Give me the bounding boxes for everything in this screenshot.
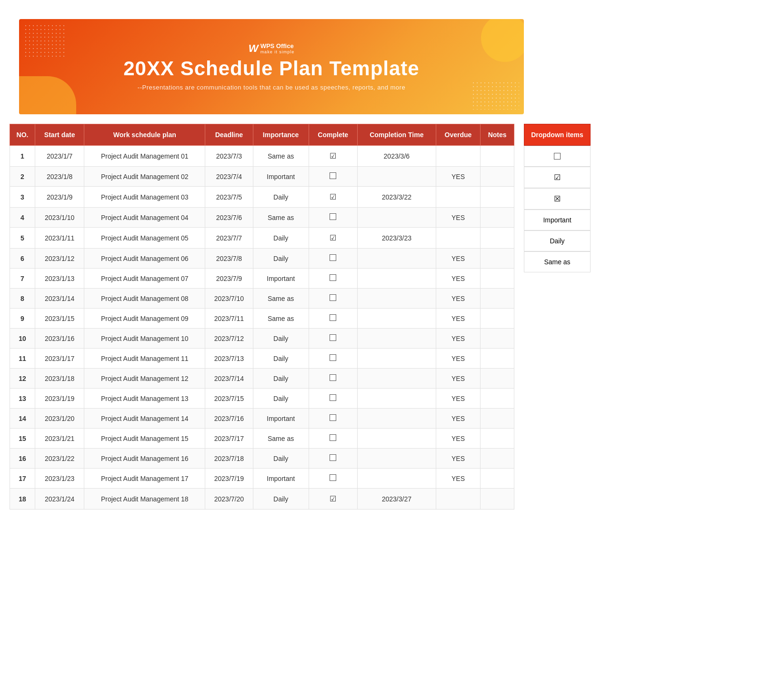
cell-start-date: 2023/1/16 [35,329,84,349]
cell-start-date: 2023/1/17 [35,349,84,369]
cell-complete[interactable] [309,329,357,349]
cell-complete[interactable] [309,429,357,449]
cell-start-date: 2023/1/11 [35,228,84,249]
cell-no: 13 [10,389,35,409]
cell-importance: Daily [253,449,309,469]
cell-complete[interactable] [309,249,357,269]
sidebar-item-checked[interactable]: ☑ [524,167,591,188]
unchecked-icon [330,254,336,261]
cell-complete[interactable] [309,289,357,309]
cell-work-plan: Project Audit Management 14 [84,409,205,429]
cell-start-date: 2023/1/15 [35,309,84,329]
sidebar-item-xmark[interactable]: ☒ [524,188,591,210]
cell-deadline: 2023/7/14 [205,369,253,389]
cell-work-plan: Project Audit Management 04 [84,208,205,228]
cell-importance: Daily [253,249,309,269]
cell-overdue: YES [436,429,480,449]
sidebar-sameas-label: Same as [544,258,570,266]
cell-importance: Same as [253,289,309,309]
cell-complete[interactable]: ☑ [309,187,357,208]
cell-deadline: 2023/7/13 [205,349,253,369]
cell-work-plan: Project Audit Management 17 [84,469,205,489]
table-row: 42023/1/10Project Audit Management 04202… [10,208,514,228]
cell-deadline: 2023/7/5 [205,187,253,208]
table-row: 12023/1/7Project Audit Management 012023… [10,146,514,167]
cell-no: 15 [10,429,35,449]
sidebar-item-unchecked[interactable] [524,146,591,167]
cell-completion-time [357,469,436,489]
unchecked-icon [330,294,336,301]
cell-complete[interactable]: ☑ [309,489,357,510]
cell-complete[interactable] [309,449,357,469]
cell-overdue: YES [436,269,480,289]
cell-complete[interactable] [309,349,357,369]
cell-complete[interactable]: ☑ [309,146,357,167]
cell-start-date: 2023/1/8 [35,167,84,187]
unchecked-icon [330,172,336,179]
banner-subtitle: --Presentations are communication tools … [138,84,405,91]
cell-notes [481,187,514,208]
cell-complete[interactable] [309,167,357,187]
cell-complete[interactable]: ☑ [309,228,357,249]
cell-complete[interactable] [309,409,357,429]
unchecked-icon [330,374,336,381]
unchecked-icon [330,213,336,220]
cell-notes [481,228,514,249]
cell-importance: Important [253,409,309,429]
unchecked-icon [330,394,336,401]
cell-notes [481,469,514,489]
cell-notes [481,208,514,228]
banner: W WPS Office make it simple 20XX Schedul… [19,19,524,114]
cell-deadline: 2023/7/12 [205,329,253,349]
cell-work-plan: Project Audit Management 09 [84,309,205,329]
sidebar-panel: Dropdown items ☑ ☒ Important Daily Same … [524,124,591,272]
cell-deadline: 2023/7/16 [205,409,253,429]
table-row: 122023/1/18Project Audit Management 1220… [10,369,514,389]
wps-logo: W WPS Office make it simple [249,42,294,55]
table-row: 62023/1/12Project Audit Management 06202… [10,249,514,269]
cell-importance: Same as [253,208,309,228]
unchecked-icon [330,434,336,441]
col-header-deadline: Deadline [205,124,253,146]
cell-notes [481,349,514,369]
checked-icon: ☑ [330,152,336,160]
cell-completion-time [357,369,436,389]
cell-start-date: 2023/1/10 [35,208,84,228]
sidebar-item-sameas[interactable]: Same as [524,251,591,272]
cell-start-date: 2023/1/20 [35,409,84,429]
cell-complete[interactable] [309,269,357,289]
unchecked-icon [330,454,336,461]
cell-complete[interactable] [309,469,357,489]
table-row: 22023/1/8Project Audit Management 022023… [10,167,514,187]
cell-notes [481,309,514,329]
cell-work-plan: Project Audit Management 07 [84,269,205,289]
table-row: 52023/1/11Project Audit Management 05202… [10,228,514,249]
cell-notes [481,146,514,167]
checked-icon: ☑ [330,193,336,201]
sidebar-item-important[interactable]: Important [524,210,591,230]
cell-work-plan: Project Audit Management 15 [84,429,205,449]
cell-start-date: 2023/1/7 [35,146,84,167]
cell-work-plan: Project Audit Management 05 [84,228,205,249]
schedule-table: NO. Start date Work schedule plan Deadli… [10,124,514,510]
cell-completion-time [357,389,436,409]
table-row: 82023/1/14Project Audit Management 08202… [10,289,514,309]
cell-start-date: 2023/1/18 [35,369,84,389]
cell-complete[interactable] [309,369,357,389]
unchecked-checkbox-icon [554,153,561,160]
cell-overdue: YES [436,369,480,389]
cell-deadline: 2023/7/3 [205,146,253,167]
cell-overdue: YES [436,389,480,409]
table-row: 32023/1/9Project Audit Management 032023… [10,187,514,208]
table-row: 92023/1/15Project Audit Management 09202… [10,309,514,329]
table-row: 172023/1/23Project Audit Management 1720… [10,469,514,489]
cell-complete[interactable] [309,389,357,409]
table-row: 142023/1/20Project Audit Management 1420… [10,409,514,429]
sidebar-item-daily[interactable]: Daily [524,230,591,251]
table-row: 152023/1/21Project Audit Management 1520… [10,429,514,449]
cell-complete[interactable] [309,309,357,329]
table-row: 132023/1/19Project Audit Management 1320… [10,389,514,409]
table-row: 162023/1/22Project Audit Management 1620… [10,449,514,469]
cell-complete[interactable] [309,208,357,228]
cell-no: 1 [10,146,35,167]
